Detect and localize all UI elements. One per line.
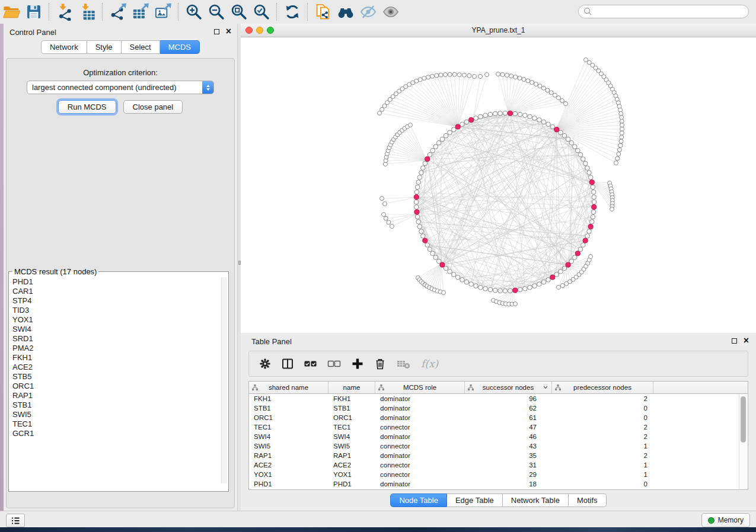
table-row[interactable]: STB1STB1dominator620 <box>249 403 748 413</box>
network-node[interactable] <box>508 289 513 293</box>
network-node[interactable] <box>526 79 530 83</box>
network-node[interactable] <box>462 73 466 77</box>
network-node[interactable] <box>557 286 561 290</box>
mcds-dominator-node[interactable] <box>508 111 512 116</box>
save-session-icon[interactable] <box>23 2 45 22</box>
network-node[interactable] <box>509 74 513 78</box>
network-node[interactable] <box>549 91 553 95</box>
network-node[interactable] <box>530 81 534 85</box>
tab-network[interactable]: Network <box>41 40 87 54</box>
mcds-result-item[interactable]: TEC1 <box>12 419 228 429</box>
tab-node-table[interactable]: Node Table <box>390 493 447 507</box>
network-node[interactable] <box>430 74 435 78</box>
network-node[interactable] <box>537 118 542 123</box>
network-window-titlebar[interactable]: YPA_prune.txt_1 <box>241 24 756 37</box>
network-node[interactable] <box>522 77 526 81</box>
network-node[interactable] <box>589 255 593 259</box>
network-node[interactable] <box>620 116 624 120</box>
mcds-dominator-node[interactable] <box>589 180 594 185</box>
mcds-dominator-node[interactable] <box>592 204 596 209</box>
mcds-result-item[interactable]: YOX1 <box>12 315 228 325</box>
import-table-icon[interactable] <box>76 2 98 22</box>
network-node[interactable] <box>439 73 443 77</box>
network-node[interactable] <box>488 287 493 292</box>
tab-edge-table[interactable]: Edge Table <box>447 493 503 507</box>
network-node[interactable] <box>409 123 413 127</box>
network-node[interactable] <box>557 96 561 100</box>
network-node[interactable] <box>619 111 623 116</box>
network-node[interactable] <box>483 286 488 291</box>
network-node[interactable] <box>428 247 432 252</box>
zoom-selected-icon[interactable] <box>250 2 273 22</box>
network-node[interactable] <box>619 139 623 143</box>
network-node[interactable] <box>528 114 532 119</box>
add-column-icon[interactable] <box>351 357 364 370</box>
network-node[interactable] <box>430 251 435 256</box>
network-node[interactable] <box>589 220 594 225</box>
export-table-icon[interactable] <box>129 2 152 22</box>
network-node[interactable] <box>435 73 439 78</box>
network-node[interactable] <box>383 202 387 206</box>
mcds-dominator-node[interactable] <box>583 238 588 243</box>
network-node[interactable] <box>464 120 469 124</box>
network-node[interactable] <box>414 190 419 194</box>
network-node[interactable] <box>451 273 456 277</box>
network-node[interactable] <box>518 287 522 292</box>
export-image-icon[interactable] <box>152 2 174 22</box>
tab-mcds[interactable]: MCDS <box>160 40 200 54</box>
run-mcds-button[interactable]: Run MCDS <box>58 100 116 114</box>
network-node[interactable] <box>455 275 460 280</box>
network-node[interactable] <box>538 84 542 88</box>
network-node[interactable] <box>498 111 503 116</box>
network-node[interactable] <box>618 108 623 112</box>
network-node[interactable] <box>503 289 508 293</box>
table-row[interactable]: FKH1FKH1dominator962 <box>249 394 748 403</box>
network-node[interactable] <box>546 88 550 92</box>
network-node[interactable] <box>585 234 590 239</box>
mcds-result-item[interactable]: PMA2 <box>12 344 228 353</box>
show-graphics-details-icon[interactable] <box>379 2 402 22</box>
network-node[interactable] <box>591 214 595 219</box>
mcds-list-scrollbar[interactable] <box>221 277 227 483</box>
network-node[interactable] <box>425 243 430 248</box>
table-row[interactable]: SWI5SWI5connector431 <box>249 441 748 451</box>
network-node[interactable] <box>433 255 438 260</box>
network-node[interactable] <box>488 112 493 117</box>
table-row[interactable]: TEC1TEC1connector472 <box>249 422 748 432</box>
column-header-successor-nodes[interactable]: successor nodes <box>465 382 552 393</box>
network-node[interactable] <box>448 130 452 135</box>
select-all-icon[interactable] <box>304 357 318 370</box>
network-node[interactable] <box>532 116 537 121</box>
network-node[interactable] <box>564 102 568 106</box>
export-network-icon[interactable] <box>107 2 129 22</box>
network-node[interactable] <box>610 207 614 211</box>
table-row[interactable]: RAP1RAP1dominator352 <box>249 451 748 460</box>
network-node[interactable] <box>546 122 551 127</box>
network-node[interactable] <box>587 171 592 175</box>
mcds-dominator-node[interactable] <box>566 262 570 267</box>
network-node[interactable] <box>436 140 441 145</box>
network-node[interactable] <box>380 197 384 201</box>
mcds-result-item[interactable]: GCR1 <box>12 429 228 438</box>
network-node[interactable] <box>541 86 546 90</box>
mcds-dominator-node[interactable] <box>550 275 555 280</box>
network-node[interactable] <box>588 175 593 180</box>
network-node[interactable] <box>440 137 445 142</box>
network-node[interactable] <box>583 161 588 166</box>
mcds-result-item[interactable]: SWI5 <box>12 410 228 419</box>
network-node[interactable] <box>418 78 422 82</box>
table-scrollbar-thumb[interactable] <box>741 396 746 443</box>
network-node[interactable] <box>620 123 624 127</box>
network-node[interactable] <box>534 82 538 86</box>
network-node[interactable] <box>576 148 580 153</box>
network-node[interactable] <box>417 175 422 180</box>
refresh-layout-icon[interactable] <box>281 2 304 22</box>
network-node[interactable] <box>569 140 574 145</box>
network-node[interactable] <box>483 113 488 118</box>
mcds-dominator-node[interactable] <box>423 238 428 243</box>
network-node[interactable] <box>444 133 448 138</box>
optimization-criterion-dropdown[interactable]: largest connected component (undirected) <box>27 81 214 94</box>
network-node[interactable] <box>559 130 563 135</box>
network-node[interactable] <box>500 72 505 76</box>
task-history-button[interactable] <box>6 514 25 527</box>
